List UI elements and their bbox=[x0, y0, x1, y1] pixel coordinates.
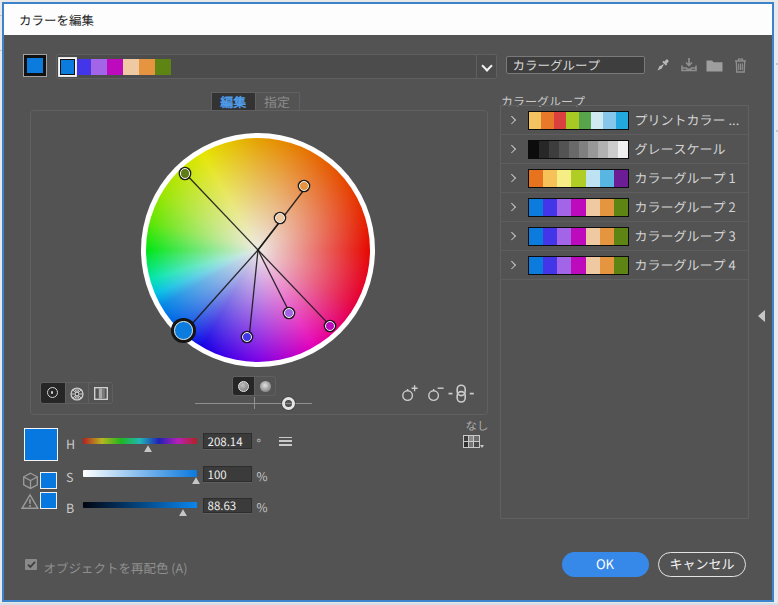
color-group-row[interactable]: プリントカラー ... bbox=[501, 106, 748, 135]
brightness-ball-icon bbox=[260, 381, 271, 392]
color-group-row[interactable]: グレースケール bbox=[501, 135, 748, 164]
active-colors-dropdown[interactable] bbox=[56, 54, 497, 79]
color-group-row[interactable]: カラーグループ 4 bbox=[501, 251, 748, 280]
saturation-label: S bbox=[66, 467, 80, 486]
color-group-name-input[interactable] bbox=[506, 56, 646, 74]
smooth-wheel-button[interactable] bbox=[41, 383, 65, 403]
tab-edit[interactable]: 編集 bbox=[211, 92, 256, 111]
chevron-right-icon[interactable] bbox=[508, 174, 516, 182]
chevron-right-icon[interactable] bbox=[508, 203, 516, 211]
add-color-tool-icon[interactable] bbox=[399, 383, 419, 402]
wheel-slider-handle[interactable] bbox=[282, 397, 295, 410]
color-marker[interactable] bbox=[299, 181, 309, 191]
limit-library-value: なし bbox=[430, 417, 489, 433]
dropdown-divider bbox=[476, 55, 477, 78]
hue-value-input[interactable] bbox=[203, 433, 253, 449]
color-bars-icon bbox=[94, 387, 108, 400]
saturation-mode-button[interactable] bbox=[233, 377, 254, 395]
brightness-value-input[interactable] bbox=[203, 498, 253, 514]
color-marker[interactable] bbox=[275, 213, 285, 223]
wheel-display-buttons bbox=[40, 382, 113, 404]
chevron-right-icon[interactable] bbox=[508, 261, 516, 269]
saturation-unit: % bbox=[257, 467, 268, 484]
ok-button[interactable]: OK bbox=[562, 552, 649, 578]
chevron-right-icon[interactable] bbox=[508, 232, 516, 240]
active-color-swatch bbox=[91, 59, 107, 76]
active-color-swatch bbox=[139, 59, 155, 76]
segmented-wheel-button[interactable] bbox=[65, 383, 89, 403]
gamut-shift-color-swatch[interactable] bbox=[40, 492, 57, 509]
wheel-mode-buttons bbox=[232, 376, 276, 396]
group-swatch-bar[interactable] bbox=[528, 227, 629, 246]
web-shift-color-swatch[interactable] bbox=[40, 472, 57, 489]
hue-slider-handle[interactable] bbox=[144, 445, 152, 452]
group-name-label[interactable]: カラーグループ 4 bbox=[635, 251, 736, 279]
color-marker[interactable] bbox=[180, 168, 190, 178]
hue-unit: ° bbox=[257, 434, 261, 451]
group-swatch-bar[interactable] bbox=[528, 256, 629, 275]
background-fragment bbox=[0, 50, 2, 51]
cancel-button[interactable]: キャンセル bbox=[658, 552, 746, 578]
dialog-titlebar[interactable]: カラーを編集 bbox=[4, 4, 772, 35]
selected-color-marker[interactable] bbox=[174, 321, 192, 339]
brightness-slider-handle[interactable] bbox=[179, 509, 187, 516]
group-swatch-bar[interactable] bbox=[528, 169, 629, 188]
save-group-icon[interactable] bbox=[681, 58, 697, 72]
hue-slider-track[interactable] bbox=[83, 438, 197, 445]
delete-group-icon[interactable] bbox=[734, 58, 747, 73]
color-bars-button[interactable] bbox=[88, 383, 112, 403]
active-color-swatch bbox=[75, 59, 91, 76]
wheel-slider-center-tick bbox=[254, 397, 255, 409]
chevron-down-icon bbox=[481, 60, 492, 71]
saturation-ball-icon bbox=[238, 381, 249, 392]
color-groups-list: プリントカラー ...グレースケールカラーグループ 1カラーグループ 2カラーグ… bbox=[500, 105, 749, 519]
eyedropper-icon[interactable] bbox=[654, 57, 671, 74]
saturation-slider-handle[interactable] bbox=[192, 477, 200, 484]
slider-options-menu-icon[interactable] bbox=[279, 437, 292, 447]
base-color-swatch bbox=[24, 55, 46, 77]
segmented-wheel-icon bbox=[70, 387, 84, 401]
recolor-artwork-label: オブジェクトを再配色 (A) bbox=[44, 558, 188, 577]
brightness-label: B bbox=[66, 498, 80, 517]
group-name-label[interactable]: カラーグループ 2 bbox=[635, 193, 736, 221]
limit-library-arrow-icon bbox=[480, 445, 484, 448]
group-name-label[interactable]: カラーグループ 3 bbox=[635, 222, 736, 250]
group-swatch-bar[interactable] bbox=[528, 140, 629, 159]
group-name-label[interactable]: プリントカラー ... bbox=[635, 106, 740, 134]
collapse-panel-icon[interactable] bbox=[758, 310, 765, 322]
recolor-artwork-dialog: カラーを編集 編集 指定 bbox=[0, 0, 778, 605]
saturation-value-input[interactable] bbox=[203, 466, 253, 482]
brightness-unit: % bbox=[257, 498, 268, 515]
checkmark-icon bbox=[26, 559, 37, 570]
color-group-row[interactable]: カラーグループ 2 bbox=[501, 193, 748, 222]
group-swatch-bar[interactable] bbox=[528, 111, 629, 130]
gamut-warning-icon bbox=[21, 493, 39, 510]
remove-color-tool-icon[interactable] bbox=[425, 383, 445, 402]
hue-label: H bbox=[66, 434, 80, 453]
recolor-artwork-checkbox[interactable] bbox=[25, 559, 37, 571]
tab-assign[interactable]: 指定 bbox=[255, 92, 300, 111]
new-folder-icon[interactable] bbox=[706, 59, 723, 72]
active-color-swatch bbox=[107, 59, 123, 76]
limit-library-button[interactable] bbox=[463, 435, 480, 448]
chevron-right-icon[interactable] bbox=[508, 116, 516, 124]
dialog-title: カラーを編集 bbox=[19, 4, 94, 35]
brightness-slider-track[interactable] bbox=[83, 502, 197, 509]
group-name-label[interactable]: グレースケール bbox=[635, 135, 726, 163]
smooth-wheel-icon bbox=[47, 387, 58, 398]
color-marker[interactable] bbox=[242, 332, 252, 342]
color-group-row[interactable]: カラーグループ 1 bbox=[501, 164, 748, 193]
color-group-row[interactable]: カラーグループ 3 bbox=[501, 222, 748, 251]
brightness-mode-button[interactable] bbox=[254, 377, 275, 395]
current-color-swatch bbox=[24, 428, 58, 461]
group-swatch-bar[interactable] bbox=[528, 198, 629, 217]
background-fragment bbox=[0, 15, 2, 16]
active-color-swatch bbox=[123, 59, 139, 76]
group-name-label[interactable]: カラーグループ 1 bbox=[635, 164, 736, 192]
active-colors-swatches bbox=[60, 59, 171, 76]
saturation-slider-track[interactable] bbox=[83, 470, 197, 477]
link-harmony-icon[interactable] bbox=[446, 384, 476, 403]
chevron-right-icon[interactable] bbox=[508, 145, 516, 153]
active-color-swatch bbox=[155, 59, 171, 76]
active-color-swatch bbox=[60, 59, 76, 76]
